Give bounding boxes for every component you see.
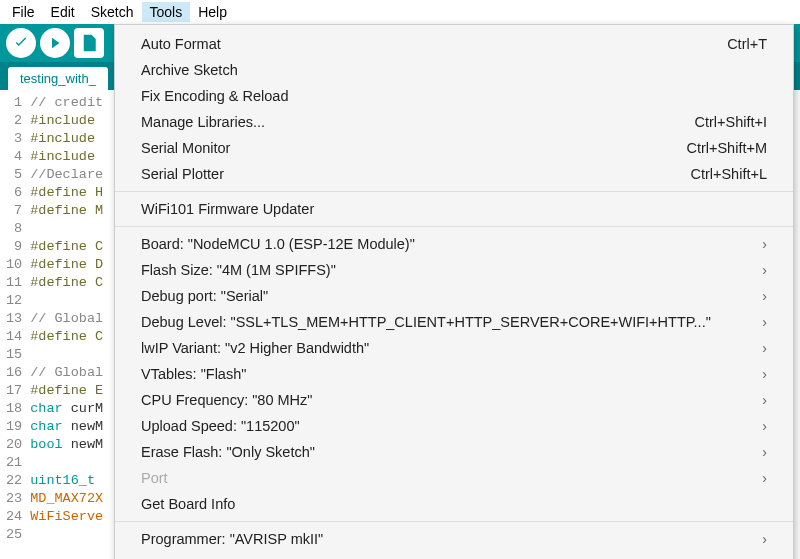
menu-item[interactable]: Fix Encoding & Reload	[115, 83, 793, 109]
tools-dropdown: Auto FormatCtrl+TArchive SketchFix Encod…	[114, 24, 794, 559]
upload-button[interactable]	[40, 28, 70, 58]
chevron-right-icon: ›	[762, 286, 767, 306]
chevron-right-icon: ›	[762, 390, 767, 410]
menu-separator	[115, 521, 793, 522]
menu-item[interactable]: Manage Libraries...Ctrl+Shift+I	[115, 109, 793, 135]
menu-item[interactable]: Get Board Info	[115, 491, 793, 517]
menu-item-shortcut: Ctrl+Shift+L	[690, 164, 767, 184]
menu-item-label: Port	[141, 468, 168, 488]
menubar: File Edit Sketch Tools Help	[0, 0, 800, 24]
menu-item[interactable]: Auto FormatCtrl+T	[115, 31, 793, 57]
menu-item[interactable]: CPU Frequency: "80 MHz"›	[115, 387, 793, 413]
menu-item[interactable]: Debug port: "Serial"›	[115, 283, 793, 309]
menu-item-label: Manage Libraries...	[141, 112, 265, 132]
menu-item-shortcut: Ctrl+Shift+I	[694, 112, 767, 132]
menu-item[interactable]: Flash Size: "4M (1M SPIFFS)"›	[115, 257, 793, 283]
menu-separator	[115, 191, 793, 192]
chevron-right-icon: ›	[762, 416, 767, 436]
menu-item[interactable]: WiFi101 Firmware Updater	[115, 196, 793, 222]
menu-item-label: Debug port: "Serial"	[141, 286, 268, 306]
menu-item-label: Serial Plotter	[141, 164, 224, 184]
menu-item-shortcut: Ctrl+T	[727, 34, 767, 54]
menu-item-label: Get Board Info	[141, 494, 235, 514]
menu-item-label: CPU Frequency: "80 MHz"	[141, 390, 312, 410]
code-content: // credit#include #include #include //De…	[30, 94, 103, 544]
check-icon	[12, 34, 30, 52]
chevron-right-icon: ›	[762, 442, 767, 462]
menu-item[interactable]: VTables: "Flash"›	[115, 361, 793, 387]
line-gutter: 1234567891011121314151617181920212223242…	[0, 94, 30, 544]
menu-item-label: Archive Sketch	[141, 60, 238, 80]
chevron-right-icon: ›	[762, 260, 767, 280]
chevron-right-icon: ›	[762, 234, 767, 254]
menu-sketch[interactable]: Sketch	[83, 2, 142, 22]
menu-item-label: Board: "NodeMCU 1.0 (ESP-12E Module)"	[141, 234, 415, 254]
menu-item[interactable]: Debug Level: "SSL+TLS_MEM+HTTP_CLIENT+HT…	[115, 309, 793, 335]
menu-item[interactable]: Archive Sketch	[115, 57, 793, 83]
chevron-right-icon: ›	[762, 529, 767, 549]
menu-item-label: Erase Flash: "Only Sketch"	[141, 442, 315, 462]
menu-item-label: Debug Level: "SSL+TLS_MEM+HTTP_CLIENT+HT…	[141, 312, 711, 332]
menu-item[interactable]: Programmer: "AVRISP mkII"›	[115, 526, 793, 552]
menu-item[interactable]: Upload Speed: "115200"›	[115, 413, 793, 439]
menu-item-label: Upload Speed: "115200"	[141, 416, 300, 436]
menu-item[interactable]: lwIP Variant: "v2 Higher Bandwidth"›	[115, 335, 793, 361]
menu-file[interactable]: File	[4, 2, 43, 22]
chevron-right-icon: ›	[762, 338, 767, 358]
menu-item-label: WiFi101 Firmware Updater	[141, 199, 314, 219]
menu-item[interactable]: Board: "NodeMCU 1.0 (ESP-12E Module)"›	[115, 231, 793, 257]
menu-tools[interactable]: Tools	[142, 2, 191, 22]
file-icon	[80, 34, 98, 52]
menu-item-shortcut: Ctrl+Shift+M	[686, 138, 767, 158]
menu-separator	[115, 226, 793, 227]
menu-edit[interactable]: Edit	[43, 2, 83, 22]
chevron-right-icon: ›	[762, 468, 767, 488]
menu-item-label: VTables: "Flash"	[141, 364, 246, 384]
menu-item-label: Burn Bootloader	[141, 555, 246, 559]
menu-item-label: Serial Monitor	[141, 138, 230, 158]
menu-item-label: Flash Size: "4M (1M SPIFFS)"	[141, 260, 336, 280]
arrow-right-icon	[46, 34, 64, 52]
menu-item-label: Fix Encoding & Reload	[141, 86, 289, 106]
verify-button[interactable]	[6, 28, 36, 58]
sketch-tab[interactable]: testing_with_	[8, 67, 108, 90]
chevron-right-icon: ›	[762, 364, 767, 384]
menu-item-label: lwIP Variant: "v2 Higher Bandwidth"	[141, 338, 369, 358]
menu-item-label: Programmer: "AVRISP mkII"	[141, 529, 323, 549]
new-sketch-button[interactable]	[74, 28, 104, 58]
menu-item[interactable]: Serial PlotterCtrl+Shift+L	[115, 161, 793, 187]
menu-item[interactable]: Erase Flash: "Only Sketch"›	[115, 439, 793, 465]
chevron-right-icon: ›	[762, 312, 767, 332]
menu-item[interactable]: Serial MonitorCtrl+Shift+M	[115, 135, 793, 161]
menu-help[interactable]: Help	[190, 2, 235, 22]
menu-item: Port›	[115, 465, 793, 491]
menu-item-label: Auto Format	[141, 34, 221, 54]
menu-item[interactable]: Burn Bootloader	[115, 552, 793, 559]
